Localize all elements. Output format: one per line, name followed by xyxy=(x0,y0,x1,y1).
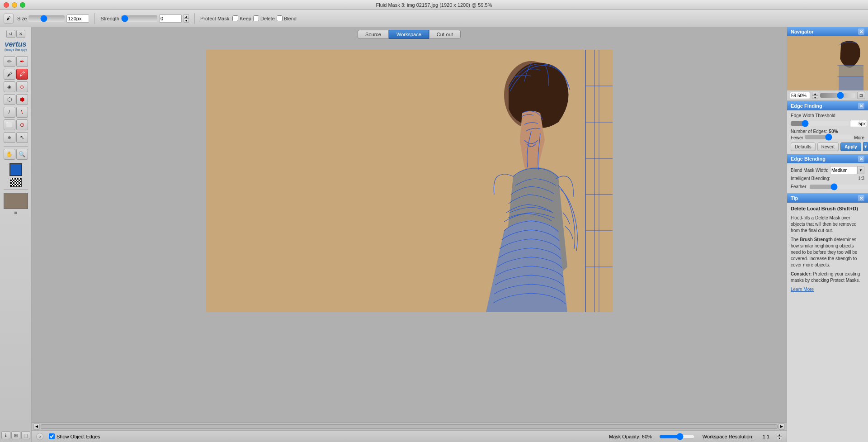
tab-workspace[interactable]: Workspace xyxy=(389,30,429,39)
edge-finding-section: Edge Finding ✕ Edge Width Threshold 5px … xyxy=(787,101,868,154)
zoom-up-btn[interactable]: ▲ xyxy=(812,92,818,95)
canvas-image[interactable] xyxy=(206,50,613,312)
res-down-btn[interactable]: ▼ xyxy=(777,437,782,440)
view-btn[interactable]: ⬚ xyxy=(21,431,30,439)
brand-name: vertus xyxy=(5,41,27,48)
layer-thumb[interactable] xyxy=(4,193,28,209)
mask-opacity-label: Mask Opacity: 60% xyxy=(609,434,652,439)
delete-line-tool[interactable]: \ xyxy=(16,107,28,118)
delete-checkbox[interactable] xyxy=(253,15,259,21)
edge-width-input[interactable]: 5px xyxy=(850,120,867,127)
mask-opacity-slider[interactable] xyxy=(659,434,695,439)
pointer-tool[interactable]: ↖ xyxy=(16,132,28,143)
res-up-btn[interactable]: ▲ xyxy=(777,433,782,437)
apply-btn[interactable]: Apply xyxy=(840,143,861,151)
status-circle-btn[interactable]: ○ xyxy=(36,433,43,440)
workspace-resolution-value: 1:1 xyxy=(763,434,769,439)
apply-arrow-btn[interactable]: ▼ xyxy=(863,142,868,151)
edge-width-row: Edge Width Threshold xyxy=(791,113,864,118)
edge-width-slider[interactable] xyxy=(791,121,849,126)
blend-mask-label: Blend Mask Width: xyxy=(791,168,828,173)
tip-close-btn[interactable]: ✕ xyxy=(858,195,864,201)
blend-checkbox[interactable] xyxy=(277,15,283,21)
trimap-tool[interactable]: ⊕ xyxy=(4,132,15,143)
pan-tool[interactable]: ✋ xyxy=(4,149,15,160)
revert-btn[interactable]: Revert xyxy=(817,143,839,151)
keep-line-tool[interactable]: / xyxy=(4,107,15,118)
zoom-slider[interactable] xyxy=(820,93,855,98)
color-pattern[interactable] xyxy=(10,178,22,187)
paint-keep-tool[interactable]: ✏ xyxy=(4,56,15,67)
navigator-close-btn[interactable]: ✕ xyxy=(858,29,864,35)
blend-mask-select[interactable]: Medium xyxy=(830,166,857,174)
keep-local-tool[interactable]: ⬡ xyxy=(4,94,15,105)
delete-brush-tool[interactable]: 🖍 xyxy=(16,69,28,80)
tab-source[interactable]: Source xyxy=(358,30,389,39)
navigator-header: Navigator ✕ xyxy=(787,27,868,36)
blend-mask-arrow[interactable]: ▼ xyxy=(857,166,864,174)
minimize-button[interactable] xyxy=(12,2,17,8)
strength-input[interactable]: 0 xyxy=(159,14,182,23)
view-tabs: Source Workspace Cut-out xyxy=(32,27,787,41)
tab-cutout[interactable]: Cut-out xyxy=(429,30,461,39)
strength-slider[interactable] xyxy=(121,15,157,22)
size-slider[interactable] xyxy=(28,15,65,22)
paint-delete-tool[interactable]: ✒ xyxy=(16,56,28,67)
fewer-more-slider[interactable] xyxy=(805,135,852,139)
tip-consider-prefix: Consider: xyxy=(791,271,813,276)
zoom-fit-btn[interactable]: ⊡ xyxy=(857,92,865,99)
tip-para2-bold: Brush Strength xyxy=(800,237,833,242)
edge-action-row: Defaults Revert Apply ▼ xyxy=(791,142,864,151)
tip-content: Delete Local Brush (Shift+D) Flood-fills… xyxy=(787,203,868,295)
tip-para-1: Flood-fills a Delete Mask over objects t… xyxy=(791,215,864,234)
zoom-input[interactable]: 59.50% xyxy=(790,92,810,99)
info-btn[interactable]: ℹ xyxy=(1,431,10,439)
size-input[interactable]: 120px xyxy=(66,14,89,23)
edge-blending-close-btn[interactable]: ✕ xyxy=(858,156,864,162)
edge-finding-content: Edge Width Threshold 5px ▲ ▼ Number of E… xyxy=(787,110,868,154)
sidebar-sep-1 xyxy=(4,146,28,147)
keep-checkbox[interactable] xyxy=(232,15,238,21)
feather-slider[interactable] xyxy=(810,185,868,189)
canvas-area: Source Workspace Cut-out xyxy=(32,27,787,442)
scroll-left-btn[interactable]: ◀ xyxy=(33,423,40,430)
delete-eraser-tool[interactable]: ◇ xyxy=(16,81,28,92)
undo-btn[interactable]: ↺ xyxy=(6,30,15,38)
main-area: ↺ ✕ vertus (image therapy) ✏ ✒ 🖌 🖍 ◈ ◇ ⬡… xyxy=(0,27,868,442)
delete-label: Delete xyxy=(260,16,275,21)
color-swatch[interactable] xyxy=(9,163,22,176)
grid-btn[interactable]: ⊞ xyxy=(11,431,20,439)
keep-eraser-tool[interactable]: ◈ xyxy=(4,81,15,92)
svg-rect-13 xyxy=(839,77,863,90)
canvas-container[interactable] xyxy=(32,41,787,422)
scroll-track[interactable] xyxy=(41,424,778,429)
traffic-lights xyxy=(4,2,25,8)
maximize-button[interactable] xyxy=(20,2,25,8)
defaults-btn[interactable]: Defaults xyxy=(791,143,816,151)
edge-finding-header: Edge Finding ✕ xyxy=(787,101,868,110)
tip-para-2: The Brush Strength determines how simila… xyxy=(791,237,864,268)
rect-select-tool[interactable]: ⬜ xyxy=(4,119,15,130)
delete-select-tool[interactable]: ⊙ xyxy=(16,119,28,130)
toolbar-separator-1 xyxy=(94,13,95,24)
scroll-right-btn[interactable]: ▶ xyxy=(778,423,785,430)
strength-down[interactable]: ▼ xyxy=(184,19,189,23)
show-edges-checkbox[interactable] xyxy=(49,433,55,439)
delete-local-tool[interactable]: ⬢ xyxy=(16,94,28,105)
close-small-btn[interactable]: ✕ xyxy=(16,30,25,38)
zoom-down-btn[interactable]: ▼ xyxy=(812,95,818,99)
size-label: Size xyxy=(17,16,27,21)
close-button[interactable] xyxy=(4,2,9,8)
keep-brush-tool[interactable]: 🖌 xyxy=(4,69,15,80)
bottom-tools: ℹ ⊞ ⬚ xyxy=(1,431,30,439)
zoom-tool[interactable]: 🔍 xyxy=(16,149,28,160)
edge-finding-close-btn[interactable]: ✕ xyxy=(858,103,864,109)
nav-thumb-svg xyxy=(787,36,868,90)
brush-icon[interactable]: 🖌 xyxy=(4,14,14,24)
navigator-thumbnail[interactable] xyxy=(787,36,868,90)
canvas-svg xyxy=(206,50,613,312)
size-group: Size 120px xyxy=(17,14,89,23)
learn-more-link[interactable]: Learn More xyxy=(791,287,814,292)
intelligent-label: Intelligent Blending: xyxy=(791,176,830,181)
strength-up[interactable]: ▲ xyxy=(184,14,189,19)
